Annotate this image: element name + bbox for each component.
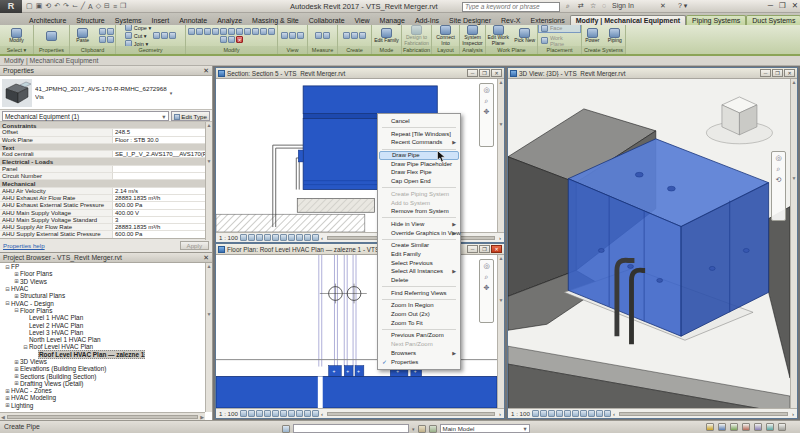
expand-icon[interactable]: ⊞: [13, 366, 20, 372]
ribbon-tab-site-designer[interactable]: Site Designer: [444, 16, 496, 25]
reveal-hidden-elements-icon[interactable]: [588, 410, 595, 417]
section-icon[interactable]: ⊟: [104, 2, 110, 10]
close-button[interactable]: ✕: [792, 1, 798, 10]
design-options-icon[interactable]: [418, 425, 426, 433]
tree-item-structural-plans[interactable]: ⊞Structural Plans: [4, 292, 205, 299]
3d-view-icon[interactable]: ◇: [96, 2, 101, 10]
visual-style-icon[interactable]: [540, 410, 547, 417]
editable-only-icon[interactable]: [718, 423, 726, 431]
menu-item-draw-pipe-placeholder[interactable]: Draw Pipe Placeholder: [379, 160, 459, 169]
menu-item-cancel[interactable]: Cancel: [379, 117, 459, 126]
expand-icon[interactable]: ⊞: [4, 402, 11, 408]
sun-path-icon[interactable]: [256, 234, 263, 241]
create-assembly-icon[interactable]: [351, 32, 358, 39]
show-crop-region-icon[interactable]: [280, 234, 287, 241]
properties-close-icon[interactable]: ✕: [203, 66, 209, 75]
crop-view-icon[interactable]: [272, 234, 279, 241]
tree-item-floor-plans[interactable]: ⊟Floor Plans: [4, 307, 205, 314]
paste-aligned-icon[interactable]: [107, 36, 114, 43]
property-value[interactable]: [113, 166, 212, 172]
tree-item-elevations-building-elevation[interactable]: ⊞Elevations (Building Elevation): [4, 365, 205, 372]
measure-between-icon[interactable]: [315, 32, 322, 39]
filter-icon[interactable]: [706, 423, 714, 431]
tree-item-floor-plans[interactable]: ⊞Floor Plans: [4, 270, 205, 277]
collapse-icon[interactable]: ⊟: [4, 264, 11, 270]
menu-item-hide-in-view[interactable]: Hide in View▶: [379, 220, 459, 229]
line-icon[interactable]: ╱: [81, 2, 85, 10]
ribbon-tab-view[interactable]: View: [350, 16, 375, 25]
edit-family-button[interactable]: Edit Family: [372, 28, 401, 44]
create-group-icon[interactable]: [343, 32, 350, 39]
worksets-icon[interactable]: [282, 425, 290, 433]
zoom-icon[interactable]: ⌕: [485, 273, 489, 281]
menu-item-recent-commands[interactable]: Recent Commands▶: [379, 138, 459, 147]
view-minimize-button[interactable]: ─: [467, 245, 478, 253]
menu-item-zoom-to-fit[interactable]: Zoom To Fit: [379, 319, 459, 328]
cut-button[interactable]: Cut ▾: [125, 32, 151, 39]
property-value[interactable]: 400.00 V: [113, 210, 212, 216]
detail-level-icon[interactable]: [240, 234, 247, 241]
shadows-icon[interactable]: [264, 410, 271, 417]
expand-icon[interactable]: ⊞: [4, 395, 11, 401]
linework-icon[interactable]: [297, 32, 304, 39]
sun-path-icon[interactable]: [256, 410, 263, 417]
icon-button[interactable]: [34, 31, 69, 41]
select-pinned-icon[interactable]: [766, 423, 774, 431]
search-go-icon[interactable]: ⌕: [566, 2, 570, 10]
menu-item-draw-pipe[interactable]: Draw Pipe: [379, 151, 459, 160]
ribbon-tab-collaborate[interactable]: Collaborate: [304, 16, 350, 25]
view-h-scrollbar[interactable]: [619, 412, 788, 416]
menu-item-cap-open-end[interactable]: Cap Open End: [379, 177, 459, 186]
ribbon-tab-modify-mechanical-equipment[interactable]: Modify | Mechanical Equipment: [570, 15, 686, 25]
move-icon[interactable]: [196, 28, 203, 35]
menu-item-select-all-instances[interactable]: Select All Instances▶: [379, 267, 459, 276]
menu-item-edit-family[interactable]: Edit Family: [379, 250, 459, 259]
expand-icon[interactable]: ⊞: [4, 388, 11, 394]
paste-button[interactable]: Paste: [70, 28, 95, 44]
exchange-apps-icon[interactable]: ✕: [660, 2, 666, 10]
select-links-icon[interactable]: [754, 423, 762, 431]
drag-on-selection-icon[interactable]: [778, 423, 786, 431]
measure-icon[interactable]: ⌙: [72, 2, 78, 10]
cope-button[interactable]: Cope ▾: [125, 25, 151, 31]
tree-item-sections-building-section[interactable]: ⊞Sections (Building Section): [4, 372, 205, 379]
property-value[interactable]: 3: [113, 217, 212, 223]
property-value[interactable]: 2.14 m/s: [113, 188, 212, 194]
constraints-icon[interactable]: [312, 410, 319, 417]
connect-into-button[interactable]: Connect Into: [432, 25, 459, 46]
ribbon-tab-manage[interactable]: Manage: [375, 16, 410, 25]
tree-item-lighting[interactable]: ⊞Lighting: [4, 402, 205, 409]
apply-button[interactable]: Apply: [180, 241, 209, 250]
show-crop-region-icon[interactable]: [280, 410, 287, 417]
view-window-section[interactable]: Section: Section 5 - VTS_Revit Merger.rv…: [215, 67, 505, 243]
property-value[interactable]: Floor : STB 30.0: [113, 137, 212, 143]
property-section-electrical-loads[interactable]: Electrical - Loads: [0, 158, 212, 165]
redo-icon[interactable]: ↷: [63, 2, 69, 10]
view-window-3d[interactable]: 3D View: {3D} - VTS_Revit Merger.rvt ─ ❐…: [507, 67, 798, 419]
browser-h-scrollbar[interactable]: ◀▶: [0, 412, 205, 420]
detail-level-icon[interactable]: [532, 410, 539, 417]
favorites-icon[interactable]: ☆: [590, 2, 596, 10]
view-v-scrollbar[interactable]: ▲▼: [497, 79, 504, 232]
menu-item-override-graphics-in-view[interactable]: Override Graphics in View▶: [379, 229, 459, 238]
property-section-text[interactable]: Text: [0, 144, 212, 151]
minimize-button[interactable]: ─: [768, 1, 773, 10]
align-icon[interactable]: [188, 28, 195, 35]
zoom-icon[interactable]: ⌕: [777, 165, 781, 173]
system-inspector-button[interactable]: System Inspector: [460, 25, 485, 46]
crop-view-icon[interactable]: [272, 410, 279, 417]
search-input[interactable]: [462, 2, 560, 12]
temporary-view-properties-icon[interactable]: [304, 234, 311, 241]
tree-item-hvac-zones[interactable]: ⊞HVAC - Zones: [4, 387, 205, 394]
ribbon-tab-duct-systems[interactable]: Duct Systems: [746, 15, 800, 25]
view-restore-button[interactable]: ❐: [479, 245, 490, 253]
pin-icon[interactable]: [220, 36, 227, 43]
trim-extend-icon[interactable]: [244, 28, 251, 35]
tree-item-hvac-modeling[interactable]: ⊞HVAC Modeling: [4, 394, 205, 401]
tree-item-fp[interactable]: ⊟FP: [4, 263, 205, 270]
cut-to-clipboard-icon[interactable]: [107, 28, 114, 35]
scale-label[interactable]: 1 : 100: [511, 410, 530, 417]
scale-label[interactable]: 1 : 100: [219, 410, 238, 417]
ribbon-tab-structure[interactable]: Structure: [71, 16, 109, 25]
ribbon-tab-insert[interactable]: Insert: [147, 16, 175, 25]
